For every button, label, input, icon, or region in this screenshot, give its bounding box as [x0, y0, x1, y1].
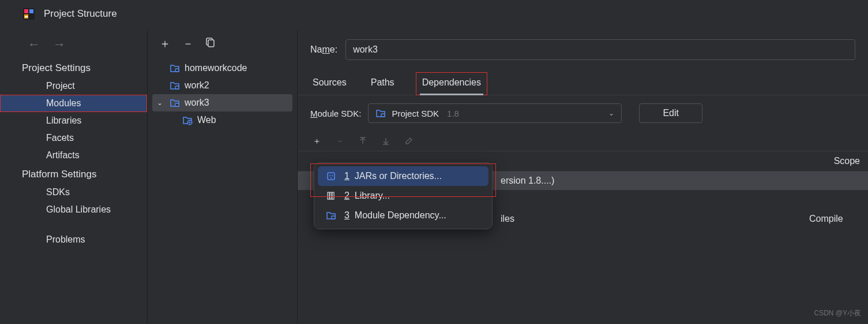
sidebar-item-sdks[interactable]: SDKs	[0, 184, 147, 201]
svg-rect-1	[25, 16, 28, 17]
svg-rect-13	[328, 192, 329, 199]
nav-back-icon[interactable]: ←	[28, 37, 40, 52]
svg-point-11	[332, 175, 333, 176]
edit-sdk-button[interactable]: Edit	[639, 103, 702, 123]
section-platform-settings: Platform Settings	[0, 164, 147, 184]
move-down-button	[379, 135, 392, 147]
sidebar-item-problems[interactable]: Problems	[0, 231, 147, 248]
scope-column-header: Scope	[826, 151, 868, 171]
add-dependency-popup: 1 JARs or Directories... 2 Library... 3 …	[314, 162, 493, 229]
module-icon	[170, 98, 180, 108]
tab-dependencies[interactable]: Dependencies	[420, 73, 483, 95]
tree-item-work3[interactable]: ⌄ work3	[152, 94, 292, 111]
name-label: Name:	[310, 44, 337, 55]
tree-item-web[interactable]: Web	[152, 111, 292, 129]
svg-rect-5	[175, 86, 179, 89]
section-project-settings: Project Settings	[0, 58, 147, 77]
tree-item-work2[interactable]: work2	[152, 77, 292, 94]
sidebar-item-global-libraries[interactable]: Global Libraries	[0, 201, 147, 218]
remove-module-button[interactable]: －	[182, 36, 194, 51]
svg-rect-6	[175, 103, 179, 106]
module-sdk-label: Module SDK:	[310, 109, 361, 118]
web-icon	[182, 115, 193, 125]
add-dependency-button[interactable]: ＋	[310, 135, 323, 147]
sidebar-item-libraries[interactable]: Libraries	[0, 112, 147, 129]
edit-dependency-button	[403, 135, 415, 147]
move-up-button	[356, 135, 369, 147]
svg-rect-3	[208, 40, 214, 47]
svg-rect-16	[332, 216, 335, 219]
module-tree-panel: ＋ － homeworkcode work2 ⌄ work3	[148, 30, 298, 324]
folder-icon	[375, 108, 386, 118]
sidebar: ← → Project Settings Project Modules Lib…	[0, 30, 148, 324]
watermark: CSDN @Y小夜	[814, 308, 861, 318]
module-sdk-select[interactable]: Project SDK 1.8 ⌄	[368, 103, 622, 123]
tabs: Sources Paths Dependencies	[298, 70, 868, 95]
sidebar-item-artifacts[interactable]: Artifacts	[0, 147, 147, 164]
svg-rect-14	[330, 192, 332, 199]
popup-item-jars[interactable]: 1 JARs or Directories...	[318, 166, 489, 186]
svg-rect-8	[381, 114, 385, 117]
sidebar-item-project[interactable]: Project	[0, 77, 147, 95]
jar-icon	[326, 171, 336, 181]
svg-rect-15	[332, 192, 334, 199]
add-module-button[interactable]: ＋	[159, 36, 171, 51]
sidebar-item-modules[interactable]: Modules	[0, 95, 147, 112]
name-input[interactable]	[345, 39, 855, 60]
svg-point-10	[329, 175, 330, 176]
window-title: Project Structure	[44, 8, 117, 20]
popup-item-module-dependency[interactable]: 3 Module Dependency...	[318, 206, 489, 225]
app-logo-icon	[22, 7, 36, 21]
sidebar-item-facets[interactable]: Facets	[0, 129, 147, 147]
chevron-down-icon[interactable]: ⌄	[157, 99, 165, 107]
module-icon	[326, 210, 336, 221]
svg-point-12	[330, 177, 332, 178]
chevron-down-icon: ⌄	[608, 109, 614, 117]
popup-item-library[interactable]: 2 Library...	[318, 186, 489, 206]
library-icon	[326, 191, 336, 201]
svg-rect-9	[328, 173, 335, 180]
module-icon	[170, 63, 180, 73]
tab-paths[interactable]: Paths	[369, 73, 397, 95]
svg-rect-4	[175, 69, 179, 72]
module-icon	[170, 80, 180, 91]
remove-dependency-button: －	[333, 135, 346, 147]
copy-module-button[interactable]	[205, 37, 216, 50]
tab-sources[interactable]: Sources	[310, 73, 349, 95]
tree-item-homeworkcode[interactable]: homeworkcode	[152, 59, 292, 77]
titlebar: Project Structure	[0, 0, 868, 30]
nav-forward-icon[interactable]: →	[53, 37, 66, 52]
